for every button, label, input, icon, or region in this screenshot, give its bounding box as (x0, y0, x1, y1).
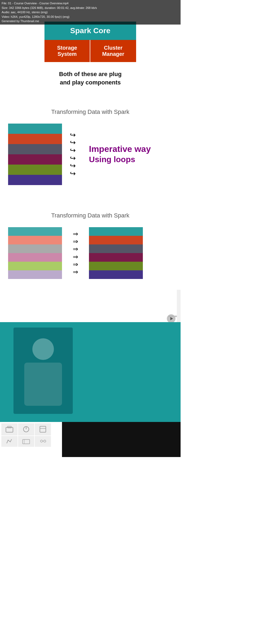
bar3-red (89, 236, 143, 244)
color-bars-left-2 (8, 227, 62, 279)
bar-teal-1 (8, 124, 62, 134)
bar2-lavender (8, 270, 62, 279)
straight-arrow-6: ⇒ (73, 268, 78, 276)
loop-arrow-2: ↩ (70, 139, 76, 146)
straight-arrow-1: ⇒ (73, 230, 78, 238)
loop-arrow-4: ↩ (70, 154, 76, 162)
svg-point-8 (40, 440, 43, 442)
play-button-wrapper-3[interactable]: 00:01:00 (168, 314, 177, 318)
person-body (24, 363, 62, 406)
bar3-teal (89, 227, 143, 236)
transform-diagram-functional: ⇒ ⇒ ⇒ ⇒ ⇒ ⇒ (8, 227, 170, 279)
video-person (13, 328, 73, 414)
thumb-row-1 (1, 423, 61, 435)
using-loops-label: Using loops (89, 154, 135, 165)
imperative-text: Imperative way Using loops (84, 144, 151, 165)
meta-line1: File: 01 - Course Overview - Course Over… (2, 1, 179, 6)
thumbnail-strip (0, 422, 62, 457)
loop-arrow-1: ↩ (70, 131, 76, 139)
loop-arrow-6: ↩ (70, 170, 76, 178)
loop-arrows: ↩ ↩ ↩ ↩ ↩ ↩ (62, 131, 84, 178)
metadata-bar: File: 01 - Course Overview - Course Over… (0, 0, 181, 25)
thumb-6 (35, 436, 51, 447)
bar3-gray (89, 244, 143, 253)
meta-line3: Audio: aac, 44100 Hz, stereo (eng) (2, 10, 179, 15)
transform-diagram-imperative: ↩ ↩ ↩ ↩ ↩ ↩ Imperative way Using loops (8, 124, 172, 185)
play-button-3[interactable] (167, 314, 175, 323)
thumb-3 (35, 423, 51, 435)
straight-arrows: ⇒ ⇒ ⇒ ⇒ ⇒ ⇒ (62, 230, 89, 276)
bar2-ltgray (8, 244, 62, 253)
straight-arrow-4: ⇒ (73, 253, 78, 261)
thumb-1 (1, 423, 18, 435)
bar-olive-1 (8, 165, 62, 175)
straight-arrow-2: ⇒ (73, 238, 78, 245)
meta-line2: Size: 342 3366 bytes (326 MiB), duration… (2, 6, 179, 10)
thumb-2 (18, 423, 34, 435)
imperative-label: Imperative way (89, 144, 151, 154)
svg-point-9 (44, 440, 46, 442)
bar3-maroon (89, 253, 143, 262)
color-bars-left (8, 124, 62, 185)
meta-line4: Video: h264, yuv420p, 1280x720, 30.00 fp… (2, 15, 179, 19)
storage-system-label: StorageSystem (44, 40, 90, 62)
bar2-salmon (8, 236, 62, 244)
bar-maroon-1 (8, 154, 62, 165)
color-bars-right (89, 227, 143, 279)
thumb-5 (18, 436, 34, 447)
bar2-ltolive (8, 262, 62, 270)
thumb-4 (1, 436, 18, 447)
section-video-frame (0, 322, 181, 457)
spark-bottom-row: StorageSystem ClusterManager (44, 40, 136, 62)
spark-diagram: Spark Core StorageSystem ClusterManager (44, 22, 136, 62)
straight-arrow-3: ⇒ (73, 245, 78, 253)
black-panel (62, 422, 181, 457)
person-head (32, 338, 54, 360)
plug-play-caption: Both of these are plugand play component… (59, 70, 122, 87)
bar-purple-1 (8, 175, 62, 185)
bar-red-1 (8, 134, 62, 144)
svg-rect-6 (23, 439, 30, 444)
section3-title: Transforming Data with Spark (8, 212, 172, 219)
section-functional: Transforming Data with Spark ⇒ ⇒ ⇒ ⇒ ⇒ ⇒ (0, 196, 181, 290)
loop-arrow-3: ↩ (70, 146, 76, 154)
bar2-teal (8, 227, 62, 236)
bar2-pink (8, 253, 62, 262)
section-imperative: Transforming Data with Spark ↩ ↩ ↩ ↩ ↩ ↩ (0, 98, 181, 196)
bar3-olive (89, 262, 143, 270)
svg-rect-4 (40, 426, 46, 432)
loop-arrow-5: ↩ (70, 162, 76, 170)
bar3-purple (89, 270, 143, 279)
thumb-row-2 (1, 436, 61, 447)
cluster-manager-label: ClusterManager (90, 40, 136, 62)
bar-gray-1 (8, 144, 62, 154)
straight-arrow-5: ⇒ (73, 261, 78, 268)
section2-title: Transforming Data with Spark (8, 108, 172, 115)
meta-line5: Generated by Thumbnail.me (2, 19, 179, 23)
